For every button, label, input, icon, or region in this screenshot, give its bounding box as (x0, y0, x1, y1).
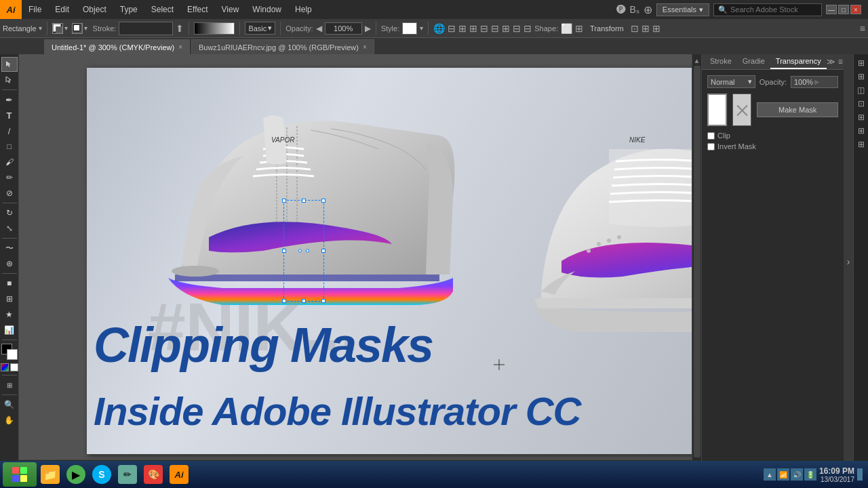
tab-image[interactable]: Buwz1uRlUAERncv.jpg @ 100% (RGB/Preview)… (191, 39, 374, 54)
tray-volume-icon[interactable]: 🔊 (791, 468, 803, 481)
tool-direct-select[interactable] (1, 73, 18, 87)
stroke-tab[interactable]: Stroke (705, 54, 737, 69)
extra-icon2[interactable]: ⊞ (652, 23, 660, 34)
extra-icon1[interactable]: ⊞ (642, 23, 650, 34)
panel-expand-icon[interactable]: ≫ (827, 57, 835, 66)
shape-options-icon[interactable]: ⊞ (575, 23, 583, 34)
tool-mesh[interactable]: ⊞ (1, 291, 18, 306)
chevron-down-icon-style[interactable]: ▾ (420, 24, 423, 32)
show-desktop-btn[interactable] (857, 468, 863, 481)
menu-help[interactable]: Help (288, 0, 319, 19)
start-button[interactable] (3, 462, 37, 487)
tool-gradient[interactable]: ■ (1, 276, 18, 291)
chevron-down-icon-stroke[interactable]: ▾ (84, 24, 87, 32)
align-horiz-icon[interactable]: ⊟ (448, 23, 456, 34)
taskbar-greenhat[interactable]: ✏ (115, 462, 140, 487)
far-right-btn-1[interactable]: ⊞ (855, 57, 867, 69)
opacity-input[interactable]: 100% (325, 22, 362, 35)
tool-zoom[interactable]: 🔍 (1, 397, 18, 412)
taskbar-skype[interactable]: S (90, 462, 114, 487)
tab-close-image[interactable]: × (363, 43, 367, 51)
align-bottom-icon[interactable]: ⊟ (524, 23, 532, 34)
menu-select[interactable]: Select (144, 0, 180, 19)
menu-object[interactable]: Object (76, 0, 113, 19)
chevron-down-icon[interactable]: ▾ (39, 24, 42, 32)
tool-freeform[interactable]: ⊛ (1, 256, 18, 271)
panel-collapse-button[interactable]: › (844, 54, 853, 469)
far-right-btn-2[interactable]: ⊞ (855, 70, 867, 83)
color-boxes[interactable] (1, 344, 18, 360)
tool-paintbrush[interactable]: 🖌 (1, 155, 18, 169)
menu-window[interactable]: Window (245, 0, 288, 19)
ps-icon[interactable]: 🅟 (616, 4, 626, 15)
distribute-icon[interactable]: ⊞ (469, 23, 477, 34)
tool-pencil[interactable]: ✏ (1, 170, 18, 185)
align-horiz-icon2[interactable]: ⊟ (480, 23, 488, 34)
tray-icon-1[interactable]: ▲ (764, 468, 776, 481)
far-right-btn-3[interactable]: ◫ (855, 84, 867, 96)
taskbar-media[interactable]: ▶ (64, 462, 88, 487)
far-right-btn-5[interactable]: ⊞ (855, 111, 867, 123)
menu-edit[interactable]: Edit (48, 0, 76, 19)
color-mode-btn[interactable] (1, 363, 9, 371)
chevron-down-icon-fill[interactable]: ▾ (64, 24, 68, 32)
clip-checkbox[interactable] (707, 132, 715, 140)
gradient-preview[interactable] (194, 22, 235, 35)
kuler-icon[interactable]: ⊕ (644, 3, 652, 16)
far-right-btn-6[interactable]: ⊞ (855, 125, 867, 137)
invert-mask-checkbox[interactable] (707, 143, 715, 150)
minimize-button[interactable]: — (826, 5, 837, 14)
tab-close-untitled[interactable]: × (178, 43, 182, 51)
none-mode-btn[interactable] (10, 363, 18, 371)
tool-hand[interactable]: ✋ (1, 413, 18, 428)
transform-icon[interactable]: ⊡ (631, 23, 639, 34)
tool-rotate[interactable]: ↻ (1, 205, 18, 220)
gradient-tab[interactable]: Gradie (737, 54, 770, 69)
tool-warp[interactable]: 〜 (1, 241, 18, 256)
far-right-btn-4[interactable]: ⊡ (855, 98, 867, 110)
tab-untitled[interactable]: Untitled-1* @ 300% (CMYK/Preview) × (44, 39, 190, 54)
tray-battery-icon[interactable]: 🔋 (804, 468, 816, 481)
menu-view[interactable]: View (215, 0, 246, 19)
fill-color-box[interactable] (52, 23, 63, 34)
taskbar-illustrator[interactable]: Ai (167, 462, 191, 487)
make-mask-button[interactable]: Make Mask (757, 102, 838, 117)
align-vert-icon[interactable]: ⊞ (458, 23, 467, 34)
tool-shapes[interactable]: ★ (1, 307, 18, 322)
tool-select[interactable] (1, 57, 18, 72)
transparency-tab[interactable]: Transparency (770, 54, 827, 69)
br-icon[interactable]: Bₛ (630, 4, 639, 15)
opacity-arrow-left[interactable]: ◀ (316, 24, 322, 33)
menu-file[interactable]: File (22, 0, 48, 19)
close-button[interactable]: × (850, 5, 861, 14)
tool-artboard[interactable]: ⊞ (1, 378, 18, 392)
align-center-icon[interactable]: ⊞ (502, 23, 510, 34)
vertical-scrollbar[interactable]: ▲ ▼ (692, 54, 701, 469)
thumbnail-content[interactable] (707, 94, 727, 126)
clock[interactable]: 16:09 PM 13/03/2017 (819, 466, 854, 483)
transform-button[interactable]: Transform (586, 22, 628, 35)
menu-effect[interactable]: Effect (180, 0, 214, 19)
tool-rect[interactable]: □ (1, 139, 18, 154)
menu-type[interactable]: Type (113, 0, 144, 19)
align-right-icon[interactable]: ⊟ (513, 23, 521, 34)
tool-type[interactable]: T (1, 108, 18, 123)
tool-scale[interactable]: ⤡ (1, 221, 18, 236)
opacity-arrow-right[interactable]: ▶ (365, 24, 371, 33)
align-vert-icon2[interactable]: ⊟ (491, 23, 499, 34)
tool-chart[interactable]: 📊 (1, 323, 18, 338)
far-right-btn-7[interactable]: ⊞ (855, 138, 867, 150)
tool-line[interactable]: / (1, 123, 18, 138)
search-stock[interactable]: 🔍 Search Adobe Stock (713, 3, 822, 16)
stroke-color-box[interactable] (72, 23, 83, 34)
tool-pen[interactable]: ✒ (1, 92, 18, 107)
globe-icon[interactable]: 🌐 (433, 23, 445, 34)
blend-mode-select[interactable]: Normal ▾ (707, 75, 755, 88)
maximize-button[interactable]: □ (838, 5, 849, 14)
tool-eraser[interactable]: ⊘ (1, 186, 18, 201)
style-preview[interactable] (402, 22, 417, 35)
style-preset-dropdown[interactable]: Basic▾ (245, 22, 275, 35)
stroke-up-icon[interactable]: ⬆ (176, 23, 184, 34)
stroke-value-input[interactable] (119, 22, 173, 35)
thumbnail-mask[interactable] (732, 94, 751, 126)
